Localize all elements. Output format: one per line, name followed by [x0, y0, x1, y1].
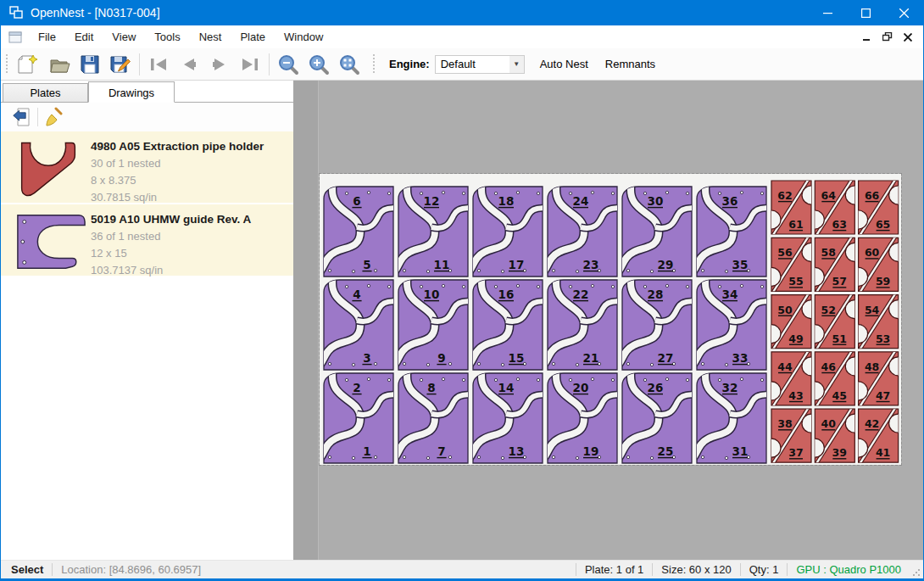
part-number: 37 — [788, 446, 803, 459]
part-number: 49 — [788, 332, 803, 345]
nest-pair-46-45[interactable]: 4645 — [805, 350, 864, 406]
minimize-icon[interactable] — [809, 0, 847, 25]
nest-pair-48-47[interactable]: 4847 — [849, 350, 901, 406]
part-number: 58 — [821, 246, 836, 259]
engine-toolbar-grip[interactable] — [371, 54, 377, 75]
nest-pair-16-15[interactable]: 1615 — [467, 275, 548, 370]
import-drawing-icon[interactable] — [8, 105, 33, 129]
document-icon[interactable] — [8, 31, 22, 43]
previous-plate-icon[interactable] — [174, 51, 204, 78]
mdi-restore-icon[interactable] — [877, 28, 898, 47]
nest-pair-2-1[interactable]: 21 — [320, 368, 399, 463]
menu-bar: FileEditViewToolsNestPlateWindow — [1, 25, 923, 48]
part-thumbnail-purple — [14, 211, 91, 276]
nest-pair-40-39[interactable]: 4039 — [805, 407, 864, 463]
nest-pair-22-21[interactable]: 2221 — [542, 275, 623, 370]
status-plate: Plate: 1 of 1 — [576, 563, 652, 576]
part-number: 31 — [732, 444, 749, 458]
nest-pair-60-59[interactable]: 6059 — [849, 236, 901, 292]
nest-pair-12-11[interactable]: 1211 — [392, 182, 474, 277]
part-number: 39 — [832, 446, 847, 459]
zoom-fit-icon[interactable] — [334, 51, 365, 78]
nest-pair-24-23[interactable]: 2423 — [542, 182, 623, 277]
status-mode: Select — [1, 563, 52, 576]
drawing-title: 4980 A05 Extraction pipe holder — [91, 140, 264, 153]
nest-pair-52-51[interactable]: 5251 — [805, 293, 864, 349]
nest-pair-10-9[interactable]: 109 — [392, 275, 474, 370]
part-number: 1 — [363, 444, 370, 458]
nest-pair-62-61[interactable]: 6261 — [762, 179, 821, 235]
nest-pair-50-49[interactable]: 5049 — [762, 293, 821, 349]
last-plate-icon[interactable] — [235, 51, 265, 78]
main-toolbar: Engine: Default ▼ Auto Nest Remnants — [1, 48, 923, 81]
nest-pair-8-7[interactable]: 87 — [392, 368, 474, 463]
tab-drawings[interactable]: Drawings — [88, 81, 175, 103]
menu-file[interactable]: File — [29, 27, 65, 47]
zoom-out-icon[interactable] — [273, 51, 303, 78]
menu-nest[interactable]: Nest — [190, 27, 231, 47]
list-item[interactable]: 5019 A10 UHMW guide Rev. A 36 of 1 neste… — [1, 204, 293, 276]
nest-pair-64-63[interactable]: 6463 — [805, 179, 864, 235]
menu-window[interactable]: Window — [275, 27, 332, 47]
nest-canvas[interactable]: 6512111817242330293635431091615222128273… — [293, 81, 923, 560]
nest-pair-4-3[interactable]: 43 — [320, 275, 399, 370]
close-icon[interactable] — [885, 0, 923, 25]
save-icon[interactable] — [75, 51, 105, 78]
part-number: 53 — [876, 332, 890, 345]
part-number: 46 — [821, 360, 837, 373]
part-number: 41 — [876, 446, 890, 459]
save-as-icon[interactable] — [105, 51, 136, 78]
nest-pair-26-25[interactable]: 2625 — [616, 368, 698, 463]
engine-select[interactable]: Default ▼ — [435, 55, 525, 74]
clean-broom-icon[interactable] — [42, 105, 68, 129]
nest-pair-30-29[interactable]: 3029 — [616, 182, 698, 277]
nest-pair-38-37[interactable]: 3837 — [762, 407, 821, 463]
nest-pair-56-55[interactable]: 5655 — [762, 236, 821, 292]
maximize-icon[interactable] — [847, 0, 885, 25]
new-document-icon[interactable] — [14, 51, 44, 78]
part-number: 65 — [876, 218, 890, 231]
list-item[interactable]: 4980 A05 Extraction pipe holder 30 of 1 … — [1, 131, 293, 203]
nest-pair-54-53[interactable]: 5453 — [849, 293, 901, 349]
part-thumbnail-red — [14, 138, 91, 203]
part-number: 56 — [777, 246, 793, 259]
nest-pair-28-27[interactable]: 2827 — [616, 275, 698, 370]
toolbar-grip[interactable] — [4, 54, 10, 75]
nest-pair-14-13[interactable]: 1413 — [467, 368, 548, 463]
mdi-minimize-icon[interactable] — [857, 28, 877, 47]
nest-pair-6-5[interactable]: 65 — [320, 182, 399, 277]
part-number: 36 — [722, 194, 738, 208]
first-plate-icon[interactable] — [143, 51, 174, 78]
nest-pair-66-65[interactable]: 6665 — [849, 179, 901, 235]
zoom-in-icon[interactable] — [303, 51, 334, 78]
nest-pair-20-19[interactable]: 2019 — [542, 368, 623, 463]
nest-pair-36-35[interactable]: 3635 — [691, 182, 772, 277]
nest-pair-58-57[interactable]: 5857 — [805, 236, 864, 292]
part-number: 8 — [427, 381, 435, 394]
part-number: 26 — [648, 381, 664, 394]
remnants-button[interactable]: Remnants — [597, 53, 664, 75]
menu-tools[interactable]: Tools — [145, 27, 189, 47]
app-icon — [9, 6, 23, 20]
part-number: 57 — [832, 275, 847, 288]
open-folder-icon[interactable] — [44, 51, 75, 78]
nest-pair-44-43[interactable]: 4443 — [762, 350, 821, 406]
chevron-down-icon[interactable]: ▼ — [509, 56, 524, 73]
menu-plate[interactable]: Plate — [231, 27, 275, 47]
nest-pair-34-33[interactable]: 3433 — [691, 275, 772, 370]
mdi-close-icon[interactable] — [898, 28, 918, 47]
menu-edit[interactable]: Edit — [65, 27, 103, 47]
auto-nest-button[interactable]: Auto Nest — [532, 53, 597, 75]
part-number: 45 — [832, 389, 847, 402]
nest-pair-32-31[interactable]: 3231 — [691, 368, 772, 463]
next-plate-icon[interactable] — [204, 51, 235, 78]
plate-sheet[interactable]: 6512111817242330293635431091615222128273… — [320, 174, 901, 465]
resize-grip[interactable] — [910, 561, 923, 579]
tab-plates[interactable]: Plates — [3, 83, 88, 102]
part-number: 27 — [658, 351, 674, 365]
menu-view[interactable]: View — [103, 27, 145, 47]
part-number: 28 — [648, 288, 664, 301]
nest-pair-42-41[interactable]: 4241 — [849, 407, 901, 463]
nest-pair-18-17[interactable]: 1817 — [467, 182, 548, 277]
part-number: 5 — [363, 258, 370, 271]
